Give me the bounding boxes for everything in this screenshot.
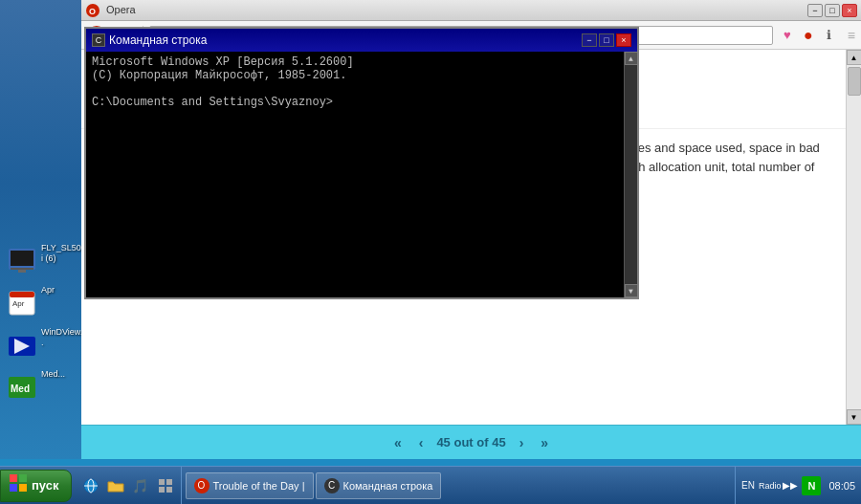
- desktop-icon-windview[interactable]: WinDView...: [0, 327, 86, 362]
- browser-title-text: O Opera: [85, 3, 136, 18]
- start-label: пуск: [32, 478, 59, 493]
- cmd-prompt: C:\Documents and Settings\Svyaznoy>: [92, 96, 618, 109]
- taskbar-app-trouble[interactable]: O Trouble of the Day |: [186, 472, 314, 499]
- fly-icon: [5, 243, 39, 277]
- desktop-icons-area: FLY_SL500i (6) Apr Apr WinDView...: [0, 243, 86, 411]
- cmd-titlebar: C Командная строка − □ ×: [86, 29, 637, 52]
- fly-icon-label: FLY_SL500i (6): [41, 243, 86, 264]
- cmd-close-btn[interactable]: ×: [616, 33, 631, 47]
- svg-rect-21: [166, 479, 172, 485]
- april-icon-label: Apr: [41, 285, 55, 296]
- tray-time: 08:05: [828, 480, 855, 492]
- quick-media-btn[interactable]: 🎵: [129, 474, 152, 497]
- quick-ie-btn[interactable]: [79, 474, 102, 497]
- taskbar-apps: O Trouble of the Day | C Командная строк…: [182, 467, 736, 504]
- desktop-icon-april[interactable]: Apr Apr: [0, 285, 86, 319]
- nav-next-btn[interactable]: ›: [516, 433, 528, 452]
- tray-clock-area: 08:05: [828, 480, 855, 492]
- cmd-app-label: Командная строка: [343, 480, 433, 492]
- scroll-down-arrow[interactable]: ▼: [847, 409, 862, 425]
- svg-rect-13: [10, 474, 17, 482]
- desktop-icon-med[interactable]: Med Med...: [0, 369, 86, 404]
- scrollbar-thumb[interactable]: [848, 67, 861, 96]
- desktop-icon-fly[interactable]: FLY_SL500i (6): [0, 243, 86, 277]
- tray-lang[interactable]: EN: [741, 480, 755, 491]
- nav-last-btn[interactable]: »: [537, 433, 552, 452]
- svg-rect-22: [159, 487, 165, 493]
- cmd-line1: Microsoft Windows XP [Версия 5.1.2600]: [92, 55, 618, 69]
- opera-red-circle[interactable]: ●: [800, 27, 817, 44]
- cmd-scrollbar[interactable]: ▲ ▼: [624, 52, 637, 297]
- svg-text:Apr: Apr: [12, 299, 25, 308]
- heart-icon[interactable]: ♥: [779, 27, 796, 44]
- trouble-app-icon: O: [194, 478, 210, 493]
- cmd-text-area: Microsoft Windows XP [Версия 5.1.2600] (…: [86, 52, 624, 297]
- svg-rect-14: [19, 474, 27, 482]
- quick-extra-btn[interactable]: [154, 474, 177, 497]
- cmd-window-controls: − □ ×: [582, 33, 631, 47]
- svg-rect-3: [18, 270, 26, 273]
- browser-restore-btn[interactable]: □: [825, 4, 840, 17]
- navigation-bar: « ‹ 45 out of 45 › »: [81, 425, 861, 459]
- svg-rect-20: [159, 479, 165, 485]
- scroll-up-arrow[interactable]: ▲: [847, 50, 862, 65]
- svg-rect-1: [11, 251, 33, 266]
- cmd-scroll-up[interactable]: ▲: [625, 52, 638, 65]
- med-icon: Med: [5, 369, 39, 404]
- med-label: Med...: [41, 369, 65, 380]
- windows-logo: [9, 473, 28, 497]
- cmd-line2: (С) Корпорация Майкрософт, 1985-2001.: [92, 69, 618, 82]
- windview-icon: [5, 327, 39, 362]
- svg-rect-16: [19, 484, 27, 492]
- svg-text:Med: Med: [11, 383, 30, 394]
- info-icon[interactable]: ℹ: [821, 27, 838, 44]
- quick-launch: 🎵: [76, 467, 182, 504]
- nav-prev-fast-btn[interactable]: ‹: [415, 433, 428, 452]
- cmd-icon: C: [92, 33, 105, 47]
- svg-rect-15: [10, 484, 17, 492]
- browser-titlebar: O Opera − □ ×: [81, 0, 861, 21]
- trouble-app-label: Trouble of the Day |: [213, 480, 305, 492]
- svg-rect-2: [11, 268, 33, 270]
- quick-folder-btn[interactable]: [104, 474, 127, 497]
- tray-radio[interactable]: Radio ▶▶: [759, 480, 799, 491]
- toolbar-icons: ♥ ● ℹ: [779, 27, 838, 44]
- cmd-restore-btn[interactable]: □: [599, 33, 614, 47]
- toolbar-handle: ≡: [848, 28, 855, 43]
- nav-page-info: 45 out of 45: [436, 435, 505, 449]
- cmd-window: C Командная строка − □ × Microsoft Windo…: [84, 27, 639, 299]
- taskbar-app-cmd[interactable]: C Командная строка: [316, 472, 442, 499]
- svg-rect-5: [10, 292, 34, 297]
- cmd-app-icon: C: [324, 478, 340, 493]
- cmd-minimize-btn[interactable]: −: [582, 33, 597, 47]
- cmd-scroll-down[interactable]: ▼: [625, 284, 638, 297]
- windview-label: WinDView...: [41, 327, 86, 348]
- browser-window-controls: − □ ×: [807, 4, 857, 17]
- cmd-line3: [92, 82, 618, 96]
- cmd-body: Microsoft Windows XP [Версия 5.1.2600] (…: [86, 52, 637, 297]
- start-button[interactable]: пуск: [0, 470, 72, 502]
- taskbar: пуск 🎵 O: [0, 466, 861, 504]
- scrollbar-right[interactable]: ▲ ▼: [846, 50, 861, 425]
- tray-n-icon[interactable]: N: [802, 476, 821, 495]
- desktop: FLY_SL500i (6) Apr Apr WinDView...: [0, 0, 861, 459]
- svg-text:O: O: [89, 7, 96, 16]
- cmd-title-text: C Командная строка: [92, 33, 207, 47]
- nav-first-btn[interactable]: «: [390, 433, 406, 452]
- browser-close-btn[interactable]: ×: [842, 4, 857, 17]
- april-icon: Apr: [5, 285, 39, 319]
- svg-rect-23: [166, 487, 172, 493]
- system-tray: EN Radio ▶▶ N 08:05: [735, 467, 861, 504]
- browser-minimize-btn[interactable]: −: [807, 4, 823, 17]
